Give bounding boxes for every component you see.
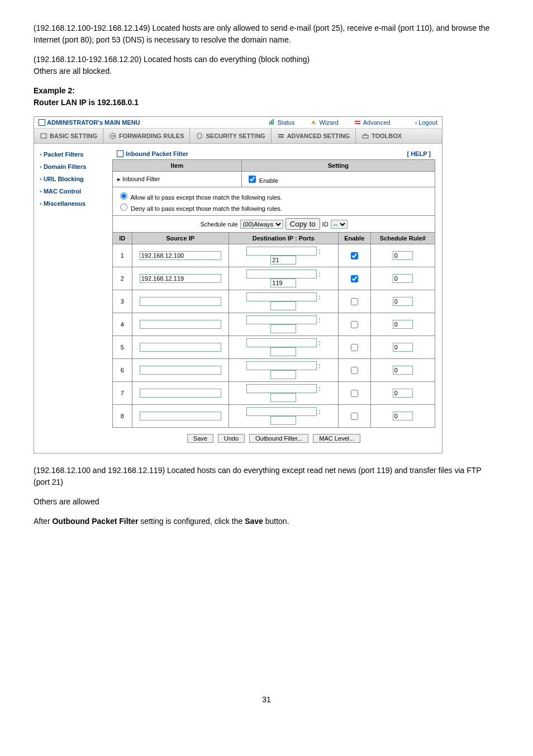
inbound-filter-label: ▸ Inbound Filter [113, 172, 242, 187]
schedule-rule-input[interactable] [393, 412, 413, 420]
row-id: 1 [113, 244, 132, 267]
basic-setting-icon [40, 132, 47, 140]
nav-security-setting[interactable]: SECURITY SETTING [190, 129, 271, 143]
svg-rect-1 [271, 120, 272, 125]
router-admin-screenshot: ADMINISTRATOR's MAIN MENU Status Wizard … [34, 116, 442, 453]
table-row: 6 : [113, 359, 435, 382]
sidebar-item-miscellaneous[interactable]: Miscellaneous [34, 197, 112, 210]
schedule-rule-input[interactable] [393, 343, 413, 352]
schedule-rule-select[interactable]: (00)Always [240, 220, 283, 229]
schedule-rule-input[interactable] [393, 366, 413, 375]
id-select[interactable]: -- [331, 220, 348, 229]
dest-ip-input[interactable] [246, 247, 317, 256]
help-link[interactable]: [ HELP ] [407, 150, 431, 157]
row-id: 7 [113, 382, 132, 405]
source-ip-input[interactable] [140, 412, 221, 420]
port-input[interactable] [270, 256, 296, 264]
schedule-rule-input[interactable] [393, 274, 413, 283]
doc-paragraph-2: (192.168.12.10-192.168.12.20) Located ho… [34, 54, 499, 77]
dest-ip-input[interactable] [246, 407, 317, 416]
advanced-icon [354, 119, 361, 126]
sidebar: Packet Filters Domain Filters URL Blocki… [34, 144, 112, 453]
row-enable-checkbox[interactable] [351, 321, 358, 328]
sidebar-item-mac-control[interactable]: MAC Control [34, 185, 112, 197]
dest-ip-input[interactable] [246, 384, 317, 393]
deny-radio[interactable] [120, 204, 127, 211]
schedule-rule-input[interactable] [393, 251, 413, 260]
dest-ip-input[interactable] [246, 361, 317, 370]
sidebar-item-packet-filters[interactable]: Packet Filters [34, 148, 112, 160]
copy-to-button[interactable] [285, 218, 320, 230]
nav-forwarding-rules[interactable]: FORWARDING RULES [103, 129, 191, 143]
id-label: ID [322, 221, 329, 228]
schedule-rule-input[interactable] [393, 297, 413, 306]
source-ip-input[interactable] [140, 320, 221, 329]
sidebar-item-url-blocking[interactable]: URL Blocking [34, 173, 112, 185]
enable-checkbox[interactable] [249, 176, 256, 183]
dest-ip-input[interactable] [246, 338, 317, 347]
forwarding-icon [109, 132, 117, 140]
port-input[interactable] [270, 416, 296, 425]
row-enable-checkbox[interactable] [351, 367, 358, 374]
logout-link[interactable]: › Logout [415, 119, 437, 126]
panel-icon [117, 150, 123, 157]
row-enable-checkbox[interactable] [351, 413, 358, 420]
menu-icon [39, 119, 45, 126]
sidebar-item-domain-filters[interactable]: Domain Filters [34, 160, 112, 173]
dest-ip-input[interactable] [246, 315, 317, 324]
port-input[interactable] [270, 370, 296, 379]
doc-p2-line1: (192.168.12.10-192.168.12.20) Located ho… [34, 55, 310, 64]
port-input[interactable] [270, 301, 296, 310]
source-ip-input[interactable] [140, 297, 221, 306]
undo-button[interactable] [218, 434, 245, 443]
col-id: ID [113, 233, 132, 244]
toolbox-icon [361, 132, 369, 140]
setting-header: Setting [241, 160, 435, 172]
row-enable-checkbox[interactable] [351, 298, 358, 305]
allow-label: Allow all to pass except those match the… [130, 194, 282, 201]
admin-main-menu-title: ADMINISTRATOR's MAIN MENU [47, 119, 140, 126]
allow-radio[interactable] [120, 192, 127, 200]
svg-point-6 [358, 123, 359, 125]
row-enable-checkbox[interactable] [351, 275, 358, 282]
port-input[interactable] [270, 393, 296, 402]
item-header: Item [113, 160, 242, 172]
table-row: 1 : [113, 244, 435, 267]
dest-ip-input[interactable] [246, 292, 317, 301]
table-row: 3 : [113, 290, 435, 313]
source-ip-input[interactable] [140, 251, 221, 260]
nav-toolbox[interactable]: TOOLBOX [356, 129, 407, 143]
radio-deny-row[interactable]: Deny all to pass except those match the … [117, 202, 430, 212]
status-link[interactable]: Status [268, 119, 294, 126]
nav-advanced-setting[interactable]: ADVANCED SETTING [272, 129, 356, 143]
row-enable-checkbox[interactable] [351, 344, 358, 351]
source-ip-input[interactable] [140, 389, 221, 398]
col-dest: Destination IP : Ports [229, 233, 338, 244]
col-enable: Enable [338, 233, 370, 244]
nav-basic-setting[interactable]: BASIC SETTING [34, 129, 103, 143]
config-table: Item Setting ▸ Inbound Filter Enable All… [112, 159, 435, 233]
wizard-link[interactable]: Wizard [310, 119, 338, 126]
nav-bar: BASIC SETTING FORWARDING RULES SECURITY … [34, 129, 442, 144]
save-button[interactable] [187, 434, 213, 443]
source-ip-input[interactable] [140, 343, 221, 352]
radio-allow-row[interactable]: Allow all to pass except those match the… [117, 191, 430, 201]
advanced-link[interactable]: Advanced [354, 119, 391, 126]
port-input[interactable] [270, 278, 296, 287]
port-input[interactable] [270, 347, 296, 356]
outbound-filter-button[interactable] [249, 434, 308, 443]
port-input[interactable] [270, 324, 296, 333]
table-row: 5 : [113, 336, 435, 359]
page-number: 31 [34, 695, 499, 704]
schedule-rule-text: Schedule rule [200, 221, 237, 228]
row-enable-checkbox[interactable] [351, 252, 358, 259]
dest-ip-input[interactable] [246, 270, 317, 278]
mac-level-button[interactable] [313, 434, 360, 443]
source-ip-input[interactable] [140, 366, 221, 375]
nav-forwarding-label: FORWARDING RULES [119, 133, 184, 139]
schedule-rule-input[interactable] [393, 320, 413, 329]
nav-advanced-label: ADVANCED SETTING [287, 133, 350, 139]
source-ip-input[interactable] [140, 274, 221, 283]
schedule-rule-input[interactable] [393, 389, 413, 398]
row-enable-checkbox[interactable] [351, 390, 358, 397]
